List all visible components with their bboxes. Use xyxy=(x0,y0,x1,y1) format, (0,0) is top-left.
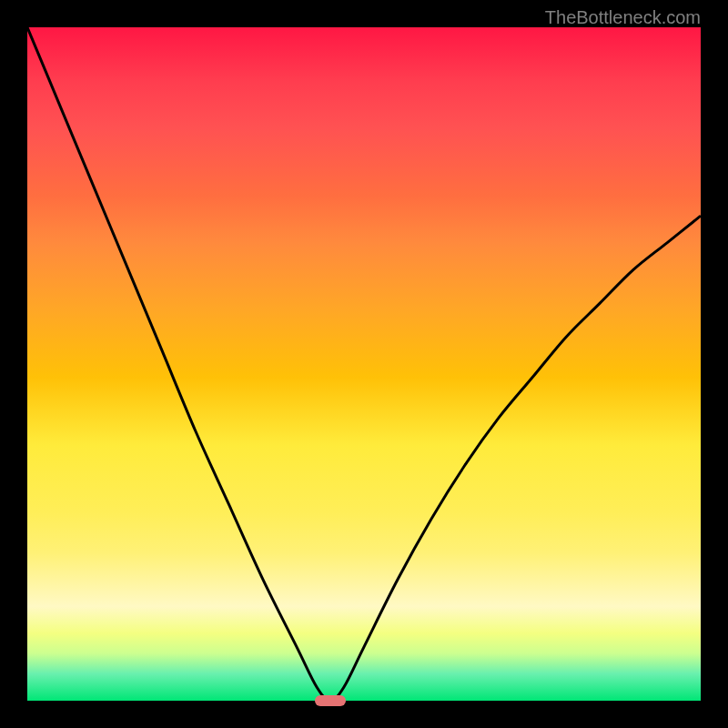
optimal-point-marker xyxy=(315,695,346,706)
bottleneck-curve xyxy=(27,27,701,701)
watermark-text: TheBottleneck.com xyxy=(545,7,701,28)
